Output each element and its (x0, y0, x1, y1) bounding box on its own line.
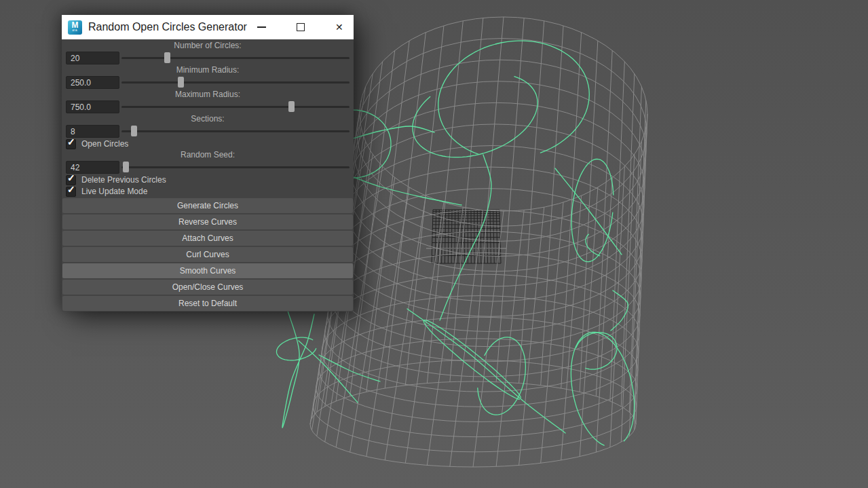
minimize-icon (257, 26, 266, 28)
reset-to-default-button[interactable]: Reset to Default (62, 296, 353, 311)
attach-curves-button[interactable]: Attach Curves (62, 231, 353, 246)
smooth-curves-button[interactable]: Smooth Curves (62, 263, 353, 278)
maximum-radius-slider[interactable] (121, 106, 350, 108)
number-of-circles-slider-handle[interactable] (164, 52, 170, 63)
number-of-circles-label: Number of Circles: (62, 41, 354, 50)
maximum-radius-row (62, 100, 354, 113)
dialog-title: Random Open Circles Generator (88, 21, 247, 33)
maya-application: { "window": { "title": "Random Open Circ… (0, 0, 868, 488)
random-seed-label: Random Seed: (62, 151, 354, 159)
minimum-radius-input[interactable] (66, 76, 119, 89)
maya-logo-letter: M (72, 22, 79, 29)
number-of-circles-slider[interactable] (121, 57, 350, 59)
minimum-radius-label: Minimum Radius: (62, 66, 354, 75)
action-buttons: Generate CirclesReverse CurvesAttach Cur… (62, 198, 354, 311)
delete-previous-circles-label: Delete Previous Circles (81, 175, 166, 185)
live-update-mode-label: Live Update Mode (81, 187, 147, 196)
checkmark-icon: ✓ (67, 136, 75, 147)
number-of-circles-row (62, 52, 354, 64)
maximum-radius-label: Maximum Radius: (62, 90, 354, 99)
close-button[interactable]: ✕ (324, 17, 354, 37)
sections-label: Sections: (62, 115, 354, 124)
generate-circles-button[interactable]: Generate Circles (62, 198, 353, 213)
random-seed-slider[interactable] (121, 166, 350, 168)
checkmark-icon: ✓ (67, 184, 75, 195)
checkmark-icon: ✓ (67, 172, 75, 183)
minimum-radius-slider[interactable] (121, 81, 350, 83)
sections-slider-handle[interactable] (131, 126, 137, 136)
maximum-radius-slider-handle[interactable] (288, 101, 295, 112)
minimum-radius-slider-handle[interactable] (178, 77, 184, 88)
random-seed-slider-handle[interactable] (123, 162, 129, 172)
open-circles-label: Open Circles (81, 139, 128, 149)
dialog-body: Number of Circles:Minimum Radius:Maximum… (62, 41, 354, 311)
random-circles-generator-dialog: M AYA Random Open Circles Generator ✕ Nu… (62, 15, 354, 312)
minimize-button[interactable] (247, 17, 277, 37)
maximize-icon (297, 23, 305, 31)
number-of-circles-input[interactable] (66, 52, 119, 64)
delete-previous-circles-row: ✓Delete Previous Circles (62, 175, 354, 185)
maya-logo-icon: M AYA (68, 20, 82, 35)
open-close-curves-button[interactable]: Open/Close Curves (62, 280, 353, 295)
maya-logo-subtext: AYA (73, 30, 77, 32)
reverse-curves-button[interactable]: Reverse Curves (62, 214, 353, 229)
curl-curves-button[interactable]: Curl Curves (62, 247, 353, 262)
maximum-radius-input[interactable] (66, 100, 119, 113)
sections-slider[interactable] (121, 130, 350, 132)
dialog-titlebar[interactable]: M AYA Random Open Circles Generator ✕ (62, 15, 354, 39)
open-circles-row: ✓Open Circles (62, 139, 354, 149)
minimum-radius-row (62, 76, 354, 88)
open-circles-checkbox[interactable]: ✓ (66, 139, 76, 149)
close-icon: ✕ (335, 22, 343, 32)
random-seed-row (62, 161, 354, 173)
live-update-mode-row: ✓Live Update Mode (62, 187, 354, 196)
live-update-mode-checkbox[interactable]: ✓ (66, 187, 76, 197)
sections-row (62, 125, 354, 137)
window-controls: ✕ (247, 17, 354, 37)
maximize-button[interactable] (286, 17, 316, 37)
